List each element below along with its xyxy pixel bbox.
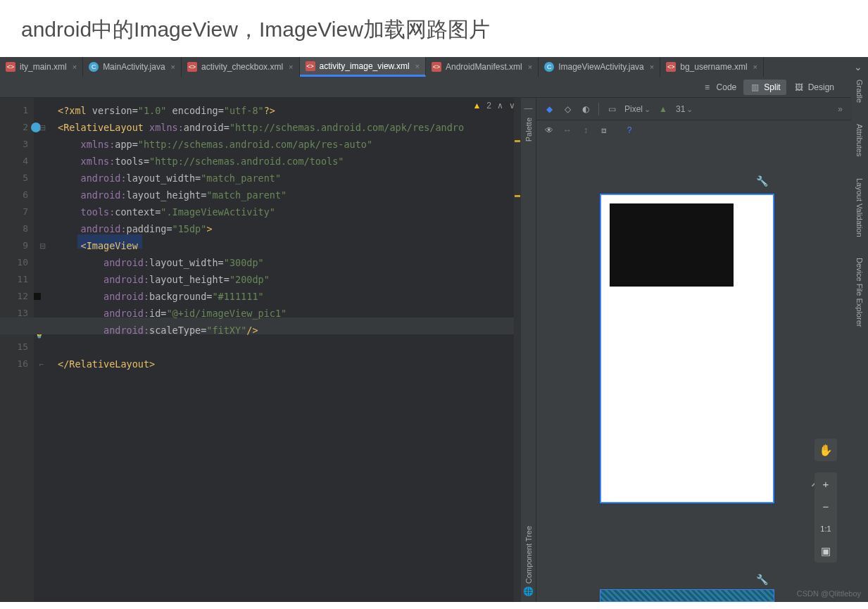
mode-code-label: Code [717,82,737,92]
preview-main: ◆ ◇ ◐ ▭ Pixel ▲ 31 » ▲ 👁 ↔ ↕ ⧈ [536,98,868,602]
mode-code-button[interactable]: ≡ Code [696,80,743,95]
device-selector[interactable]: Pixel [624,104,650,114]
more-icon[interactable]: » [838,104,843,114]
zoom-controls: + − 1:1 ▣ [814,472,837,563]
zoom-fit-button[interactable]: 1:1 [814,517,837,540]
orientation-icon[interactable]: ◇ [562,103,573,115]
code-line[interactable]: android:layout_width="match_parent" [58,170,521,187]
tool-rail-gradle[interactable]: Gradle [855,80,864,103]
close-icon[interactable]: × [289,63,293,71]
mode-design-label: Design [808,82,834,92]
code-line[interactable]: xmlns:app="http://schemas.android.com/ap… [58,136,521,153]
tab-label: bg_username.xml [680,62,747,72]
tool-rail-device-file-explorer[interactable]: Device File Explorer [855,258,864,327]
ide-window: <>ity_main.xml×CMainActivity.java×<>acti… [0,57,868,602]
code-line[interactable]: <?xml version="1.0" encoding="utf-8"?> [58,102,521,119]
nightmode-icon[interactable]: ◐ [580,103,591,115]
tab-mainactivity-java[interactable]: CMainActivity.java× [83,57,182,77]
list-icon: ≡ [702,82,713,93]
code-line[interactable]: <ImageView [58,237,521,254]
api-selector[interactable]: 31 [676,104,693,114]
tool-rail-attributes[interactable]: Attributes [855,124,864,156]
tools-wrench-icon-2[interactable]: 🔧 [756,574,768,585]
line-number: 2 [0,119,28,136]
component-tree-rail[interactable]: Component Tree 🌐 [521,454,536,602]
code-line[interactable]: tools:context=".ImageViewActivity" [58,203,521,220]
zoom-in-button[interactable]: + [814,472,837,495]
code-line[interactable]: android:layout_height="match_parent" [58,187,521,203]
tab-label: activity_image_view.xml [320,61,410,71]
editor-inspection-bar: ▲ 2 ∧ ∨ [472,101,515,111]
help-icon[interactable]: ? [624,125,635,136]
code-line[interactable]: <RelativeLayout xmlns:android="http://sc… [58,119,521,136]
blueprint-fragment [600,589,774,602]
code-editor[interactable]: 1234567891011121314💡1516 ⊟⊟⌐⌐ <?xml vers… [0,98,521,602]
close-icon[interactable]: × [753,63,757,71]
xml-icon: <> [432,62,441,72]
next-highlight-button[interactable]: ∨ [509,101,515,111]
pan-tool-button[interactable]: ✋ [814,439,837,461]
xml-icon: <> [666,62,676,72]
code-area[interactable]: <?xml version="1.0" encoding="utf-8"?><R… [55,98,521,602]
device-frame[interactable] [600,194,774,503]
xml-icon: <> [187,62,197,72]
magnet-icon[interactable]: ⧈ [598,125,610,136]
fold-toggle-icon[interactable]: ⊟ [39,241,46,251]
line-number: 8 [0,220,28,237]
close-icon[interactable]: × [650,63,654,71]
view-mode-row: ≡ Code ▥ Split 🖼 Design [0,77,868,98]
arrows-h-icon[interactable]: ↔ [562,125,573,136]
zoom-frame-button[interactable]: ▣ [814,540,837,563]
line-number: 1 [0,102,28,119]
image-icon: 🖼 [793,82,805,93]
tab-imageviewactivity-java[interactable]: CImageViewActivity.java× [539,57,660,77]
close-icon[interactable]: × [528,63,532,71]
code-line[interactable]: </RelativeLayout> [58,356,521,372]
line-number: 12 [0,288,28,305]
mode-split-label: Split [764,82,780,92]
device-icon: ▭ [606,103,617,115]
code-line[interactable]: android:padding="15dp"> [58,220,521,237]
tabs-more-button[interactable]: ⌄ [848,57,868,77]
tab-activity-checkbox-xml[interactable]: <>activity_checkbox.xml× [182,57,299,77]
tools-wrench-icon[interactable]: 🔧 [756,175,768,187]
design-canvas[interactable]: 🔧 ✋ + − 1:1 ▣ 🔧 [536,140,868,602]
preview-toolbar-second: 👁 ↔ ↕ ⧈ ? [536,120,868,140]
close-icon[interactable]: × [73,63,77,71]
line-number: 9 [0,237,28,254]
globe-icon: 🌐 [523,586,534,596]
prev-highlight-button[interactable]: ∧ [497,101,503,111]
warning-icon: ▲ [472,101,481,111]
gutter: 1234567891011121314💡1516 [0,98,34,602]
code-line[interactable]: android:layout_height="200dp" [58,271,521,288]
palette-label: Palette [524,118,533,142]
class-icon: C [89,62,99,72]
tool-rail-layout-validation[interactable]: Layout Validation [855,178,864,237]
tab-ity-main-xml[interactable]: <>ity_main.xml× [0,57,83,77]
fold-column: ⊟⊟⌐⌐ [34,98,55,602]
code-line[interactable]: android:layout_width="300dp" [58,254,521,271]
close-icon[interactable]: × [415,62,420,70]
tab-androidmanifest-xml[interactable]: <>AndroidManifest.xml× [426,57,539,77]
code-line[interactable] [58,339,521,356]
surface-icon[interactable]: ◆ [543,103,555,115]
preview-toolbar-top: ◆ ◇ ◐ ▭ Pixel ▲ 31 » ▲ [536,98,868,120]
eye-icon[interactable]: 👁 [543,125,555,136]
imageview-preview[interactable] [610,203,734,287]
tab-bg-username-xml[interactable]: <>bg_username.xml× [660,57,764,77]
fold-toggle-icon[interactable]: ⊟ [39,123,46,132]
code-line[interactable]: android:id="@+id/imageView_pic1" [58,305,521,322]
tab-activity-image-view-xml[interactable]: <>activity_image_view.xml× [300,57,426,77]
code-line[interactable]: android:background="#111111" [58,288,521,305]
close-icon[interactable]: × [171,63,175,71]
arrows-v-icon[interactable]: ↕ [580,125,591,136]
tab-label: ity_main.xml [20,62,67,72]
mode-design-button[interactable]: 🖼 Design [788,80,840,95]
code-line[interactable]: xmlns:tools="http://schemas.android.com/… [58,153,521,170]
zoom-out-button[interactable]: − [814,495,837,517]
editor-tabs: <>ity_main.xml×CMainActivity.java×<>acti… [0,57,868,77]
mode-split-button[interactable]: ▥ Split [743,80,786,95]
xml-icon: <> [306,61,315,71]
line-number: 3 [0,136,28,153]
code-line[interactable]: android:scaleType="fitXY"/> [58,322,521,339]
